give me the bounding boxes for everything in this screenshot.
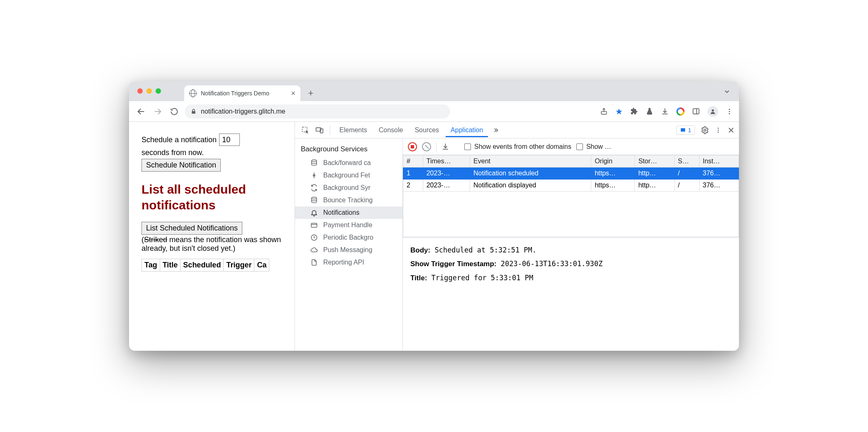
- globe-icon: [189, 90, 197, 97]
- bell-icon: [310, 209, 318, 216]
- show-other-domains-checkbox[interactable]: Show events from other domains: [464, 143, 571, 150]
- table-header-row: # Times… Event Origin Stor… S… Inst…: [403, 155, 739, 167]
- save-icon[interactable]: [441, 143, 449, 150]
- labs-icon[interactable]: [646, 107, 653, 115]
- col-tag: Tag: [142, 259, 160, 272]
- close-tab-button[interactable]: ×: [291, 90, 295, 97]
- sidebar-group-background-services: Background Services: [295, 142, 402, 157]
- tab-elements[interactable]: Elements: [334, 123, 372, 137]
- close-window-button[interactable]: [137, 88, 143, 94]
- header-origin[interactable]: Origin: [591, 155, 635, 167]
- svg-point-22: [312, 197, 317, 199]
- address-bar[interactable]: notification-triggers.glitch.me: [185, 104, 450, 119]
- svg-rect-2: [192, 111, 195, 114]
- browser-toolbar: notification-triggers.glitch.me ★: [129, 101, 739, 122]
- tab-console[interactable]: Console: [374, 123, 408, 137]
- svg-point-7: [712, 109, 714, 111]
- content-area: Schedule a notification seconds from now…: [129, 122, 739, 351]
- more-tabs-button[interactable]: [490, 127, 502, 133]
- browser-tab[interactable]: Notification Triggers Demo ×: [184, 85, 300, 101]
- record-button[interactable]: [408, 142, 417, 151]
- lock-icon: [190, 108, 197, 114]
- fullscreen-window-button[interactable]: [156, 88, 161, 94]
- database-icon: [310, 159, 318, 167]
- sidebar-item-push-messaging[interactable]: Push Messaging: [295, 244, 402, 256]
- fetch-icon: [310, 172, 318, 179]
- header-storage[interactable]: Stor…: [635, 155, 674, 167]
- show-checkbox-2[interactable]: Show …: [576, 143, 611, 150]
- issues-count: 1: [688, 127, 691, 133]
- page-heading: List all scheduled notifications: [141, 182, 286, 213]
- svg-rect-5: [693, 109, 699, 114]
- reload-button[interactable]: [168, 105, 180, 118]
- header-event[interactable]: Event: [470, 155, 591, 167]
- schedule-label-suffix: seconds from now.: [141, 148, 204, 157]
- sidebar-item-periodic-background[interactable]: Periodic Backgro: [295, 231, 402, 244]
- tab-title: Notification Triggers Demo: [201, 90, 269, 97]
- minimize-window-button[interactable]: [146, 88, 152, 94]
- sidebar-item-reporting-api[interactable]: Reporting API: [295, 256, 402, 269]
- sidebar-item-bounce-tracking[interactable]: Bounce Tracking: [295, 194, 402, 206]
- profile-avatar[interactable]: [707, 106, 718, 117]
- sidebar-item-background-fetch[interactable]: Background Fet: [295, 169, 402, 182]
- clear-button[interactable]: [422, 142, 431, 151]
- inspect-icon[interactable]: [299, 126, 312, 134]
- tab-application[interactable]: Application: [446, 123, 488, 137]
- settings-icon[interactable]: [701, 126, 709, 134]
- svg-point-10: [729, 113, 730, 114]
- svg-point-21: [312, 160, 317, 162]
- schedule-label-prefix: Schedule a notification: [141, 136, 217, 144]
- svg-rect-14: [681, 128, 685, 131]
- col-scheduled: Scheduled: [180, 259, 224, 272]
- cloud-icon: [310, 246, 318, 254]
- seconds-input[interactable]: [219, 133, 240, 146]
- new-tab-button[interactable]: +: [305, 87, 317, 100]
- tab-strip: Notification Triggers Demo × +: [129, 81, 739, 101]
- svg-point-8: [729, 109, 730, 110]
- schedule-notification-button[interactable]: Schedule Notification: [141, 159, 221, 172]
- toolbar-actions: ★: [600, 106, 733, 117]
- devtools-menu-button[interactable]: [715, 126, 722, 134]
- side-panel-icon[interactable]: [692, 107, 700, 115]
- events-toolbar: Show events from other domains Show …: [403, 138, 739, 155]
- devtools-tab-bar: Elements Console Sources Application 1: [295, 122, 739, 138]
- chrome-menu-button[interactable]: [726, 108, 733, 115]
- tabs-overflow-button[interactable]: [723, 88, 731, 95]
- extensions-icon[interactable]: [630, 107, 638, 115]
- table-row[interactable]: 2 2023-… Notification displayed https… h…: [403, 180, 739, 192]
- device-toolbar-icon[interactable]: [313, 126, 326, 134]
- devtools-panel: Elements Console Sources Application 1: [295, 122, 739, 351]
- header-timestamp[interactable]: Times…: [423, 155, 470, 167]
- detail-title-value: Triggered for 5:33:01 PM: [432, 274, 534, 282]
- demo-page: Schedule a notification seconds from now…: [129, 122, 295, 351]
- document-icon: [310, 259, 318, 266]
- issues-badge[interactable]: 1: [676, 126, 695, 135]
- back-button[interactable]: [135, 105, 147, 118]
- svg-point-16: [718, 128, 719, 129]
- share-icon[interactable]: [600, 107, 608, 115]
- header-scope[interactable]: S…: [674, 155, 699, 167]
- event-detail: Body: Scheduled at 5:32:51 PM. Show Trig…: [403, 238, 739, 291]
- list-scheduled-button[interactable]: List Scheduled Notifications: [141, 222, 242, 235]
- scheduled-table: Tag Title Scheduled Trigger Ca: [141, 259, 269, 272]
- sidebar-item-notifications[interactable]: Notifications: [295, 206, 402, 219]
- tab-sources[interactable]: Sources: [410, 123, 444, 137]
- google-account-icon[interactable]: [676, 107, 685, 116]
- database-icon: [310, 197, 318, 204]
- note-striked: Striked: [144, 235, 167, 244]
- credit-card-icon: [310, 221, 318, 229]
- header-instance[interactable]: Inst…: [699, 155, 739, 167]
- svg-rect-23: [311, 223, 317, 228]
- bookmark-star-icon[interactable]: ★: [615, 107, 623, 116]
- sync-icon: [310, 184, 318, 192]
- table-row[interactable]: 1 2023-… Notification scheduled https… h…: [403, 167, 739, 180]
- sidebar-item-back-forward-cache[interactable]: Back/forward ca: [295, 157, 402, 169]
- detail-trigger-value: 2023-06-13T16:33:01.930Z: [501, 260, 603, 268]
- sidebar-item-background-sync[interactable]: Background Syr: [295, 182, 402, 194]
- sidebar-item-payment-handler[interactable]: Payment Handle: [295, 219, 402, 231]
- close-devtools-button[interactable]: [727, 126, 735, 134]
- downloads-icon[interactable]: [661, 107, 669, 115]
- forward-button[interactable]: [151, 105, 164, 118]
- browser-window: Notification Triggers Demo × + notificat…: [129, 81, 739, 351]
- header-number[interactable]: #: [403, 155, 423, 167]
